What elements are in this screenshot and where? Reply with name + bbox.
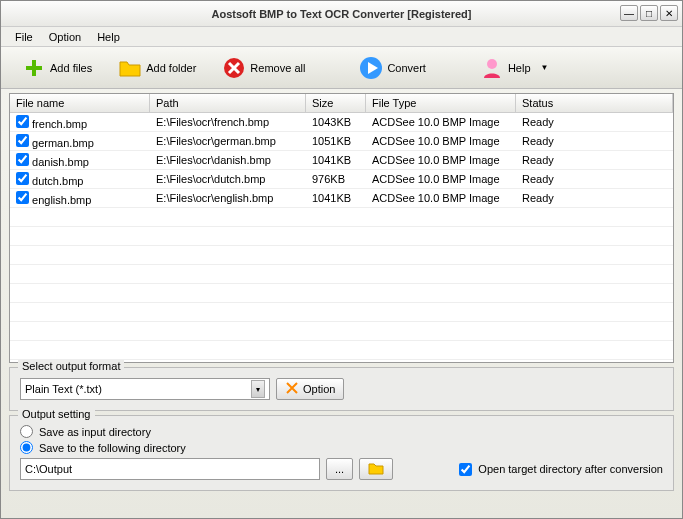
save-to-following-radio[interactable] [20,441,33,454]
file-name: english.bmp [32,194,91,206]
col-status[interactable]: Status [516,94,673,112]
open-after-row[interactable]: Open target directory after conversion [459,463,663,476]
format-select[interactable]: Plain Text (*.txt) ▾ [20,378,270,400]
tool-icon [285,381,299,397]
minimize-button[interactable]: — [620,5,638,21]
remove-all-label: Remove all [250,62,305,74]
remove-icon [222,56,246,80]
table-row[interactable]: french.bmpE:\Files\ocr\french.bmp1043KBA… [10,113,673,132]
file-name: danish.bmp [32,156,89,168]
list-body: french.bmpE:\Files\ocr\french.bmp1043KBA… [10,113,673,360]
menubar: File Option Help [1,27,682,47]
open-folder-button[interactable] [359,458,393,480]
file-type: ACDSee 10.0 BMP Image [366,191,516,205]
file-type: ACDSee 10.0 BMP Image [366,134,516,148]
convert-label: Convert [387,62,426,74]
file-size: 1051KB [306,134,366,148]
row-checkbox[interactable] [16,115,29,128]
menu-option[interactable]: Option [41,29,89,45]
add-folder-label: Add folder [146,62,196,74]
chevron-down-icon: ▾ [251,380,265,398]
plus-icon [22,56,46,80]
open-after-label: Open target directory after conversion [478,463,663,475]
table-row[interactable]: english.bmpE:\Files\ocr\english.bmp1041K… [10,189,673,208]
file-type: ACDSee 10.0 BMP Image [366,115,516,129]
open-after-checkbox[interactable] [459,463,472,476]
help-label: Help [508,62,531,74]
save-as-input-label: Save as input directory [39,426,151,438]
file-status: Ready [516,191,673,205]
file-path: E:\Files\ocr\dutch.bmp [150,172,306,186]
maximize-button[interactable]: □ [640,5,658,21]
option-label: Option [303,383,335,395]
empty-row [10,227,673,246]
toolbar: Add files Add folder Remove all Convert [1,47,682,89]
list-header: File name Path Size File Type Status [10,94,673,113]
add-files-label: Add files [50,62,92,74]
output-path-input[interactable] [20,458,320,480]
file-status: Ready [516,172,673,186]
empty-row [10,208,673,227]
format-selected: Plain Text (*.txt) [25,383,102,395]
file-status: Ready [516,115,673,129]
save-to-following-label: Save to the following directory [39,442,186,454]
convert-button[interactable]: Convert [348,51,437,85]
empty-row [10,322,673,341]
empty-row [10,303,673,322]
main-window: Aostsoft BMP to Text OCR Converter [Regi… [0,0,683,519]
save-as-input-radio[interactable] [20,425,33,438]
file-list[interactable]: File name Path Size File Type Status fre… [9,93,674,363]
col-size[interactable]: Size [306,94,366,112]
play-icon [359,56,383,80]
empty-row [10,246,673,265]
file-size: 1041KB [306,191,366,205]
help-button[interactable]: Help ▼ [469,51,560,85]
table-row[interactable]: german.bmpE:\Files\ocr\german.bmp1051KBA… [10,132,673,151]
output-legend: Output setting [18,408,95,420]
format-legend: Select output format [18,360,124,372]
row-checkbox[interactable] [16,134,29,147]
file-name: french.bmp [32,118,87,130]
browse-label: ... [335,463,344,475]
file-path: E:\Files\ocr\danish.bmp [150,153,306,167]
person-icon [480,56,504,80]
folder-open-icon [368,461,384,477]
file-path: E:\Files\ocr\german.bmp [150,134,306,148]
row-checkbox[interactable] [16,153,29,166]
close-button[interactable]: ✕ [660,5,678,21]
file-size: 1043KB [306,115,366,129]
col-filename[interactable]: File name [10,94,150,112]
empty-row [10,265,673,284]
file-type: ACDSee 10.0 BMP Image [366,153,516,167]
window-controls: — □ ✕ [620,5,678,21]
file-name: dutch.bmp [32,175,83,187]
svg-rect-1 [26,66,42,70]
window-title: Aostsoft BMP to Text OCR Converter [Regi… [212,8,472,20]
file-status: Ready [516,153,673,167]
file-size: 1041KB [306,153,366,167]
svg-point-4 [487,59,497,69]
option-button[interactable]: Option [276,378,344,400]
add-files-button[interactable]: Add files [11,51,103,85]
browse-button[interactable]: ... [326,458,353,480]
row-checkbox[interactable] [16,172,29,185]
output-setting-group: Output setting Save as input directory S… [9,415,674,491]
folder-icon [118,56,142,80]
dropdown-arrow-icon: ▼ [541,63,549,72]
col-path[interactable]: Path [150,94,306,112]
titlebar: Aostsoft BMP to Text OCR Converter [Regi… [1,1,682,27]
remove-all-button[interactable]: Remove all [211,51,316,85]
empty-row [10,341,673,360]
file-size: 976KB [306,172,366,186]
file-type: ACDSee 10.0 BMP Image [366,172,516,186]
file-name: german.bmp [32,137,94,149]
add-folder-button[interactable]: Add folder [107,51,207,85]
menu-file[interactable]: File [7,29,41,45]
table-row[interactable]: dutch.bmpE:\Files\ocr\dutch.bmp976KBACDS… [10,170,673,189]
table-row[interactable]: danish.bmpE:\Files\ocr\danish.bmp1041KBA… [10,151,673,170]
menu-help[interactable]: Help [89,29,128,45]
col-type[interactable]: File Type [366,94,516,112]
row-checkbox[interactable] [16,191,29,204]
empty-row [10,284,673,303]
file-path: E:\Files\ocr\french.bmp [150,115,306,129]
